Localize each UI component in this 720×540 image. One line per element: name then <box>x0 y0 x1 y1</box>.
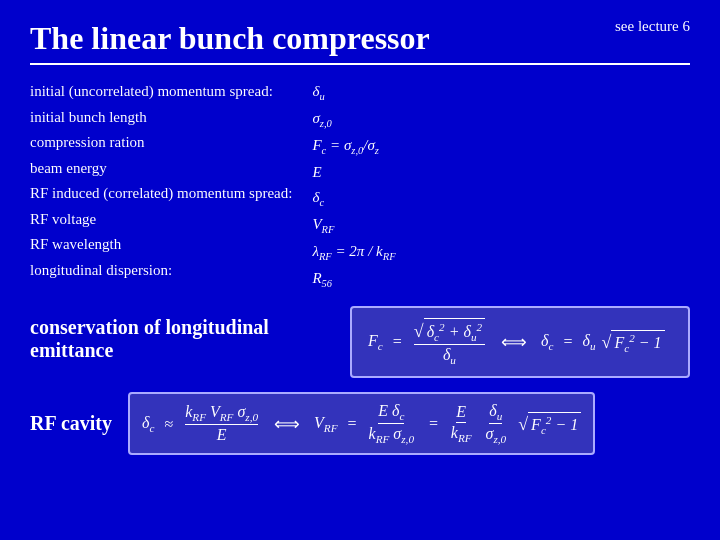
label-rf-momentum: RF induced (correlated) momentum spread: <box>30 181 292 207</box>
slide-title: The linear bunch compressor <box>30 20 690 57</box>
sym-delta-c: δc <box>312 185 472 212</box>
label-beam-energy: beam energy <box>30 156 292 182</box>
rf-cavity-label: RF cavity <box>30 412 112 435</box>
conservation-section: conservation of longitudinal emittance F… <box>30 306 690 378</box>
sym-delta-u: δu <box>312 79 472 106</box>
rf-cavity-formula: δc ≈ kRF VRF σz,0 E ⟺ VRF = E δc <box>142 402 581 445</box>
rf-cavity-formula-box: δc ≈ kRF VRF σz,0 E ⟺ VRF = E δc <box>128 392 595 455</box>
label-rf-wavelength: RF wavelength <box>30 232 292 258</box>
label-momentum-spread: initial (uncorrelated) momentum spread: <box>30 79 292 105</box>
parameter-table: initial (uncorrelated) momentum spread: … <box>30 79 690 292</box>
label-compression-ratio: compression ration <box>30 130 292 156</box>
title-divider <box>30 63 690 65</box>
sym-fc: Fc = σz,0/σz <box>312 133 472 160</box>
symbols-column: δu σz,0 Fc = σz,0/σz E δc VRF <box>312 79 472 292</box>
label-longitudinal-dispersion: longitudinal dispersion: <box>30 258 292 284</box>
conservation-formula: Fc = √ δc2 + δu2 <box>368 318 672 366</box>
lecture-reference: see lecture 6 <box>615 18 690 35</box>
slide: see lecture 6 The linear bunch compresso… <box>0 0 720 540</box>
sym-sigma-z0: σz,0 <box>312 106 472 133</box>
sym-vrf: VRF <box>312 212 472 239</box>
conservation-title: conservation of longitudinal emittance <box>30 316 330 362</box>
label-rf-voltage: RF voltage <box>30 207 292 233</box>
sym-energy: E <box>312 160 472 186</box>
conservation-formula-box: Fc = √ δc2 + δu2 <box>350 306 690 378</box>
label-bunch-length: initial bunch length <box>30 105 292 131</box>
sym-r56: R56 <box>312 266 472 293</box>
sym-lambda-rf: λRF = 2π / kRF <box>312 239 472 266</box>
rf-cavity-section: RF cavity δc ≈ kRF VRF σz,0 E ⟺ VRF = <box>30 392 690 455</box>
labels-column: initial (uncorrelated) momentum spread: … <box>30 79 292 292</box>
